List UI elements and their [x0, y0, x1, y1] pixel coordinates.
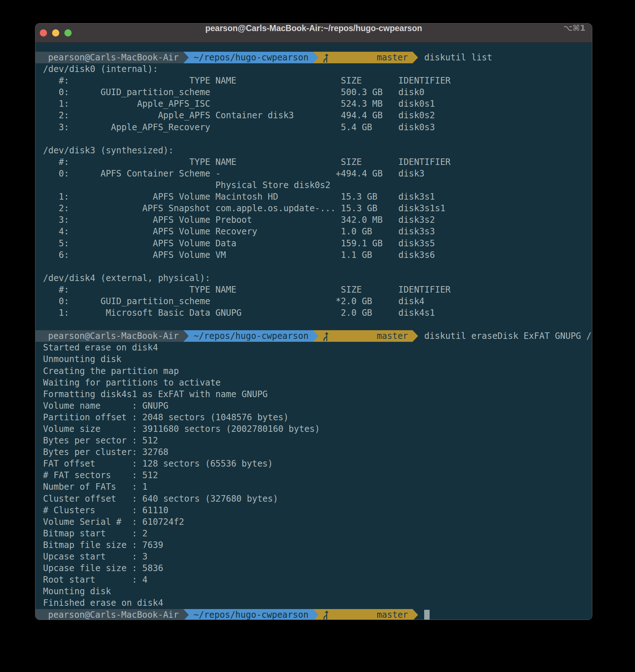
terminal-cursor	[424, 610, 429, 620]
diskutil-erase-output: Started erase on disk4 Unmounting disk C…	[35, 342, 592, 609]
window-title: pearson@Carls-MacBook-Air:~/repos/hugo-c…	[35, 24, 592, 42]
powerline-arrow-icon	[313, 52, 319, 63]
prompt-directory: ~/repos/hugo-cwpearson	[189, 330, 313, 342]
command-text: diskutil list	[424, 52, 492, 63]
prompt-line-current[interactable]: pearson@Carls-MacBook-Air ~/repos/hugo-c…	[35, 609, 592, 620]
powerline-arrow-icon	[413, 609, 418, 620]
prompt-git-branch: master	[377, 52, 408, 63]
powerline-arrow-icon	[413, 52, 418, 63]
prompt-git-branch: master	[377, 609, 408, 620]
prompt-git-segment: master	[319, 52, 413, 63]
prompt-user-host: pearson@Carls-MacBook-Air	[35, 52, 183, 63]
prompt-line-2: pearson@Carls-MacBook-Air ~/repos/hugo-c…	[35, 330, 592, 342]
terminal-window: pearson@Carls-MacBook-Air:~/repos/hugo-c…	[35, 23, 592, 620]
prompt-git-segment: master	[319, 330, 413, 342]
git-branch-icon	[322, 308, 374, 365]
prompt-line-1: pearson@Carls-MacBook-Air ~/repos/hugo-c…	[35, 52, 592, 63]
prompt-user-host: pearson@Carls-MacBook-Air	[35, 330, 183, 342]
powerline-arrow-icon	[313, 609, 319, 620]
terminal-content[interactable]: pearson@Carls-MacBook-Air ~/repos/hugo-c…	[35, 43, 592, 620]
powerline-arrow-icon	[313, 330, 319, 342]
prompt-directory: ~/repos/hugo-cwpearson	[189, 52, 313, 63]
diskutil-list-output: /dev/disk0 (internal): #: TYPE NAME SIZE…	[35, 63, 592, 319]
prompt-git-segment: master	[319, 609, 413, 620]
prompt-directory: ~/repos/hugo-cwpearson	[189, 609, 313, 620]
tab-shortcut-badge: ⌥⌘1	[563, 24, 585, 42]
git-branch-icon	[322, 586, 374, 620]
desktop: { "window": { "title": "pearson@Carls-Ma…	[0, 0, 635, 672]
prompt-user-host: pearson@Carls-MacBook-Air	[35, 609, 183, 620]
prompt-git-branch: master	[377, 330, 408, 342]
powerline-arrow-icon	[183, 609, 189, 620]
powerline-arrow-icon	[183, 330, 189, 342]
powerline-arrow-icon	[183, 52, 189, 63]
command-text: diskutil eraseDisk ExFAT GNUPG /dev/disk…	[424, 330, 592, 342]
window-titlebar[interactable]: pearson@Carls-MacBook-Air:~/repos/hugo-c…	[35, 24, 592, 43]
powerline-arrow-icon	[413, 330, 418, 342]
